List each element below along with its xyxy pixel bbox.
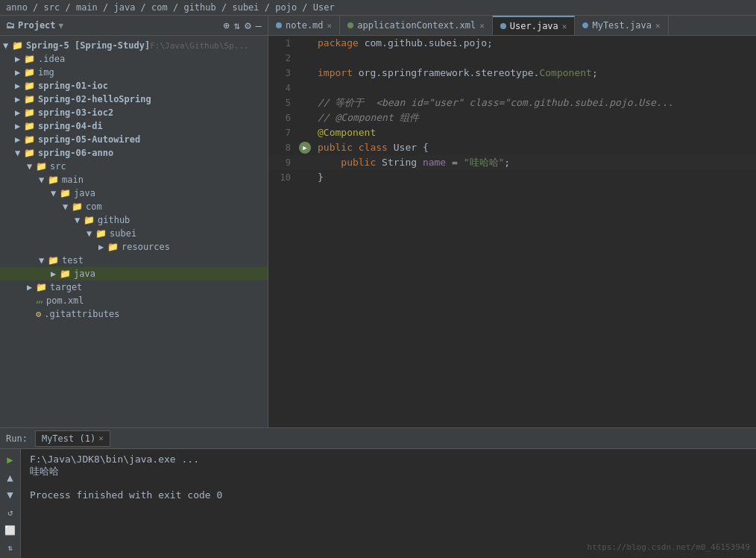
- arrow-hello: ▶: [15, 94, 24, 104]
- gutter-8: ▶: [298, 140, 313, 155]
- arrow-target: ▶: [27, 282, 36, 292]
- line-content-6: // @Component 组件: [313, 110, 419, 125]
- tree-item-gitattr[interactable]: ⚙ .gitattributes: [0, 307, 268, 321]
- tree-item-ioc2[interactable]: ▶ 📁 spring-03-ioc2: [0, 106, 268, 119]
- tree-label-autowired: spring-05-Autowired: [38, 134, 140, 145]
- run-tab-close[interactable]: ✕: [98, 433, 104, 443]
- run-rerun-button[interactable]: ↺: [3, 505, 18, 520]
- tree-item-com[interactable]: ▼ 📁 com: [0, 200, 268, 213]
- tree-item-src[interactable]: ▼ 📁 src: [0, 160, 268, 173]
- tree-item-github[interactable]: ▼ 📁 github: [0, 213, 268, 227]
- run-output-line-3: [30, 478, 747, 489]
- folder-icon-java: 📁: [60, 188, 71, 198]
- editor-area: note.md ✕ applicationContext.xml ✕ User.…: [268, 16, 756, 427]
- line-content-8: public class User {: [313, 140, 429, 155]
- gutter-9: [298, 155, 313, 170]
- line-content-9: public String name = "哇哈哈";: [313, 155, 510, 170]
- tree-label-github: github: [98, 215, 130, 225]
- run-tab-label: MyTest (1): [42, 433, 95, 444]
- run-tab-mytest[interactable]: MyTest (1) ✕: [35, 430, 110, 447]
- tree-item-target[interactable]: ▶ 📁 target: [0, 280, 268, 294]
- git-icon: ⚙: [36, 309, 41, 319]
- tree-item-resources[interactable]: ▶ 📁 resources: [0, 240, 268, 254]
- tab-dot-appctx: [347, 22, 353, 28]
- tree-label-src: src: [50, 161, 66, 172]
- line-num-4: 4: [268, 81, 298, 95]
- line-num-5: 5: [268, 95, 298, 110]
- run-gutter-icon[interactable]: ▶: [299, 142, 311, 154]
- run-play-button[interactable]: ▶: [3, 452, 18, 467]
- tree-item-ioc[interactable]: ▶ 📁 spring-01-ioc: [0, 79, 268, 93]
- tree-label-gitattr: .gitattributes: [44, 309, 119, 319]
- settings-icon[interactable]: ⚙: [245, 19, 251, 31]
- folder-icon-ioc2: 📁: [24, 107, 35, 118]
- tree-label-img: img: [38, 67, 54, 78]
- tab-close-mytest[interactable]: ✕: [655, 21, 661, 31]
- line-content-3: import org.springframework.stereotype.Co…: [313, 66, 598, 81]
- tab-user[interactable]: User.java ✕: [493, 16, 576, 35]
- run-down-button[interactable]: ▼: [3, 487, 18, 502]
- close-sidebar-icon[interactable]: —: [256, 19, 262, 31]
- tree-item-spring5[interactable]: ▼ 📁 Spring-5 [Spring-Study] F:\Java\Gith…: [0, 39, 268, 52]
- line-num-1: 1: [268, 36, 298, 51]
- gutter-1: [298, 36, 313, 51]
- collapse-icon[interactable]: ⇅: [234, 19, 240, 31]
- tree-item-img[interactable]: ▶ 📁 img: [0, 66, 268, 79]
- tree-item-di[interactable]: ▶ 📁 spring-04-di: [0, 119, 268, 133]
- run-stop-button[interactable]: ⬜: [3, 523, 18, 538]
- tree-item-anno[interactable]: ▼ 📁 spring-06-anno: [0, 146, 268, 160]
- folder-icon-src: 📁: [36, 161, 47, 172]
- tab-dot-mytest: [582, 22, 588, 28]
- line-content-4: [313, 81, 324, 95]
- tab-note[interactable]: note.md ✕: [268, 16, 340, 34]
- code-line-8: 8 ▶ public class User {: [268, 140, 756, 155]
- tree-label-test: test: [62, 255, 84, 266]
- tree-item-main[interactable]: ▼ 📁 main: [0, 173, 268, 186]
- line-num-6: 6: [268, 110, 298, 125]
- tree-label-pom: pom.xml: [46, 295, 84, 306]
- tree-item-pom[interactable]: 𝓂 pom.xml: [0, 294, 268, 307]
- arrow-main: ▼: [39, 175, 48, 185]
- code-line-9: 9 public String name = "哇哈哈";: [268, 155, 756, 170]
- run-scroll-button[interactable]: ⇅: [3, 540, 18, 555]
- tab-label-note: note.md: [286, 20, 324, 31]
- dropdown-icon[interactable]: ▼: [59, 21, 64, 31]
- sidebar-header: 🗂 Project ▼ ⊕ ⇅ ⚙ —: [0, 16, 268, 36]
- tab-close-appctx[interactable]: ✕: [479, 21, 485, 31]
- tree-item-subei[interactable]: ▼ 📁 subei: [0, 227, 268, 240]
- line-num-2: 2: [268, 51, 298, 66]
- tree-item-test[interactable]: ▼ 📁 test: [0, 254, 268, 267]
- gutter-4: [298, 81, 313, 95]
- tree-label-hello: Spring-02-helloSpring: [38, 94, 151, 104]
- run-up-button[interactable]: ▲: [3, 470, 18, 485]
- sidebar-title: 🗂 Project ▼: [6, 20, 63, 31]
- folder-icon-hello: 📁: [24, 94, 35, 104]
- tab-bar: note.md ✕ applicationContext.xml ✕ User.…: [268, 16, 756, 36]
- code-editor[interactable]: 1 package com.github.subei.pojo; 2 3 imp…: [268, 36, 756, 427]
- arrow-idea: ▶: [15, 54, 24, 64]
- run-toolbar: ▶ ▲ ▼ ↺ ⬜ ⇅: [0, 449, 21, 558]
- arrow-com: ▼: [63, 201, 72, 212]
- run-output-line-4: Process finished with exit code 0: [30, 489, 747, 501]
- tab-appctx[interactable]: applicationContext.xml ✕: [340, 16, 493, 34]
- line-content-10: }: [313, 170, 324, 185]
- arrow-ioc: ▶: [15, 81, 24, 91]
- tree-item-hello[interactable]: ▶ 📁 Spring-02-helloSpring: [0, 93, 268, 106]
- arrow-spring5: ▼: [3, 40, 12, 51]
- folder-icon-di: 📁: [24, 121, 35, 131]
- tab-close-note[interactable]: ✕: [327, 21, 333, 31]
- arrow-test-java: ▶: [51, 269, 60, 279]
- tree-item-java[interactable]: ▼ 📁 java: [0, 186, 268, 200]
- breadcrumb-text: anno / src / main / java / com / github …: [6, 2, 335, 13]
- folder-icon-github: 📁: [84, 215, 95, 225]
- tab-mytest[interactable]: MyTest.java ✕: [575, 16, 668, 34]
- line-content-1: package com.github.subei.pojo;: [313, 36, 493, 51]
- tree-item-test-java[interactable]: ▶ 📁 java: [0, 267, 268, 280]
- code-line-2: 2: [268, 51, 756, 66]
- tree-item-autowired[interactable]: ▶ 📁 spring-05-Autowired: [0, 133, 268, 146]
- locate-icon[interactable]: ⊕: [223, 19, 229, 31]
- folder-icon-ioc: 📁: [24, 81, 35, 91]
- tab-close-user[interactable]: ✕: [562, 22, 567, 31]
- tree-item-idea[interactable]: ▶ 📁 .idea: [0, 52, 268, 66]
- watermark: https://blog.csdn.net/m0_46153949: [587, 542, 750, 552]
